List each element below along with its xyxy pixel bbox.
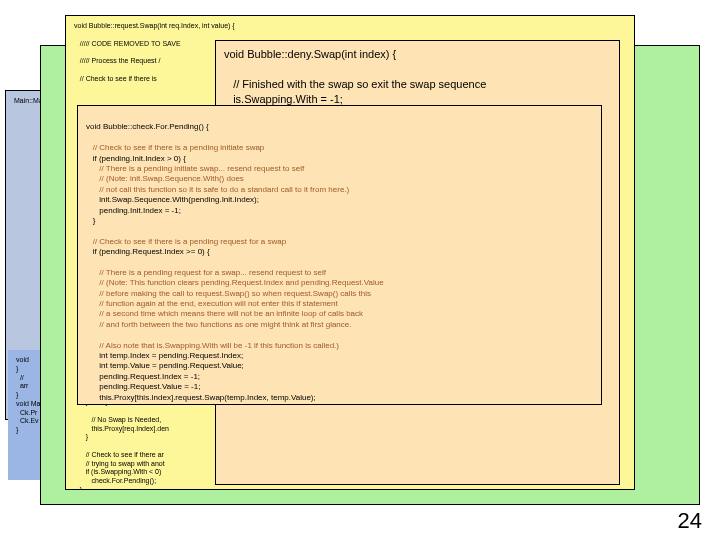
code-layer-checkpending: void Bubble::check.For.Pending() { // Ch…: [77, 105, 602, 405]
code-line: this.Proxy[this.Index].request.Swap(temp…: [86, 393, 316, 402]
code-comment: // a second time which means there will …: [86, 309, 363, 318]
code-line: }: [86, 216, 95, 225]
code-line: pending.Request.Value = -1;: [86, 382, 200, 391]
code-line: void Bubble::check.For.Pending() {: [86, 122, 209, 131]
code-comment: // function again at the end, execution …: [86, 299, 338, 308]
code-comment: // before making the call to request.Swa…: [86, 289, 371, 298]
code-line: init.Swap.Sequence.With(pending.Init.Ind…: [86, 195, 259, 204]
code-line: if (pending.Init.Index > 0) {: [86, 154, 186, 163]
code-line: int temp.Value = pending.Request.Value;: [86, 361, 244, 370]
code-comment: // Check to see if there is a pending re…: [86, 237, 286, 246]
code-comment: // Check to see if there is a pending in…: [86, 143, 264, 152]
code-line: pending.Request.Index = -1;: [86, 372, 200, 381]
code-line: int temp.Index = pending.Request.Index;: [86, 351, 243, 360]
code-comment: // not call this function so it is safe …: [86, 185, 349, 194]
page-number: 24: [678, 508, 702, 534]
code-comment: // and forth between the two functions a…: [86, 320, 351, 329]
code-comment: // Also note that is.Swapping.With will …: [86, 341, 339, 350]
code-comment: // There is a pending initiate swap... r…: [86, 164, 304, 173]
code-line: if (pending.Request.Index >= 0) {: [86, 247, 210, 256]
code-comment: // There is a pending request for a swap…: [86, 268, 326, 277]
code-comment: // (Note: init.Swap.Sequence.With() does: [86, 174, 244, 183]
code-line: pending.Init.Index = -1;: [86, 206, 181, 215]
code-comment: // (Note: This function clears pending.R…: [86, 278, 384, 287]
